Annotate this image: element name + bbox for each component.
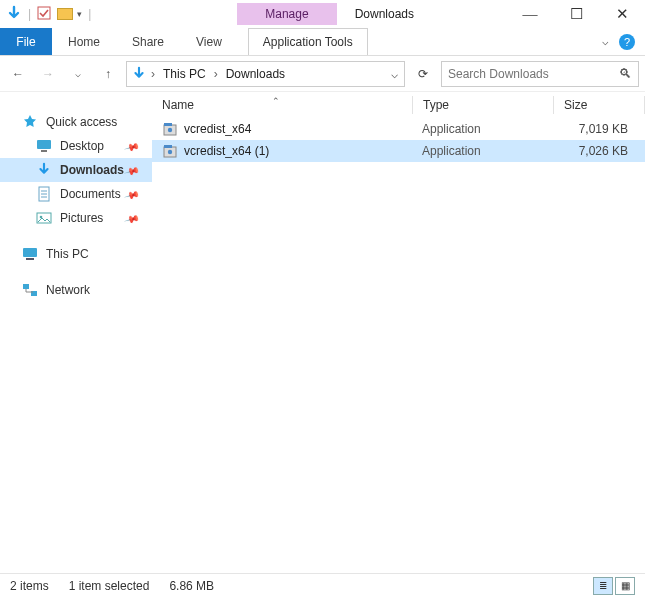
installer-icon [162,121,178,137]
pin-icon: 📌 [124,186,140,202]
status-selected-count: 1 item selected [69,579,150,593]
svg-rect-9 [23,248,37,257]
pin-icon: 📌 [124,210,140,226]
pictures-icon [36,210,52,226]
window-controls: — ☐ ✕ [507,0,645,28]
navigation-pane: Quick access Desktop 📌 Downloads 📌 Docum… [0,92,152,573]
sidebar-item-label: Documents [60,187,121,201]
sidebar-item-thispc[interactable]: This PC [0,242,152,266]
svg-rect-17 [164,145,172,148]
maximize-button[interactable]: ☐ [553,0,599,28]
status-selected-size: 6.86 MB [169,579,214,593]
title-bar: | ▾ | Manage Downloads — ☐ ✕ [0,0,645,28]
sidebar-item-label: This PC [46,247,89,261]
svg-rect-10 [26,258,34,260]
sidebar-item-documents[interactable]: Documents 📌 [0,182,152,206]
svg-point-18 [168,150,172,154]
column-label: Name [162,98,194,112]
tab-view[interactable]: View [180,28,238,55]
file-name: vcredist_x64 (1) [184,144,269,158]
breadcrumb-downloads[interactable]: Downloads [222,67,289,81]
file-tab[interactable]: File [0,28,52,55]
address-bar[interactable]: › This PC › Downloads ⌵ [126,61,405,87]
quick-access-toolbar: | ▾ | [0,5,97,23]
address-dropdown-icon[interactable]: ⌵ [389,67,400,81]
installer-icon [162,143,178,159]
sidebar-item-label: Network [46,283,90,297]
file-type: Application [412,144,552,158]
search-input[interactable] [448,67,619,81]
details-view-button[interactable]: ≣ [593,577,613,595]
minimize-button[interactable]: — [507,0,553,28]
chevron-right-icon[interactable]: › [214,67,218,81]
chevron-right-icon[interactable]: › [151,67,155,81]
up-button[interactable]: ↑ [96,62,120,86]
tab-share[interactable]: Share [116,28,180,55]
status-item-count: 2 items [10,579,49,593]
down-arrow-icon [6,5,22,23]
file-row[interactable]: vcredist_x64 Application 7,019 KB [152,118,645,140]
file-size: 7,026 KB [552,144,642,158]
divider-icon: | [28,7,31,21]
tab-application-tools[interactable]: Application Tools [248,28,368,55]
ribbon: File Home Share View Application Tools ⌵… [0,28,645,56]
svg-rect-2 [41,150,47,152]
file-name: vcredist_x64 [184,122,251,136]
sort-indicator-icon: ⌃ [272,96,280,106]
column-headers: Name ⌃ Type Size [152,92,645,118]
view-mode-switcher: ≣ ▦ [593,577,635,595]
refresh-button[interactable]: ⟳ [411,62,435,86]
recent-dropdown-icon[interactable]: ⌵ [66,62,90,86]
computer-icon [22,246,38,262]
file-type: Application [412,122,552,136]
breadcrumb-thispc[interactable]: This PC [159,67,210,81]
pin-icon: 📌 [124,162,140,178]
sidebar-item-label: Desktop [60,139,104,153]
sidebar-item-downloads[interactable]: Downloads 📌 [0,158,152,182]
svg-point-15 [168,128,172,132]
navigation-bar: ← → ⌵ ↑ › This PC › Downloads ⌵ ⟳ 🔍︎ [0,56,645,92]
qat-dropdown-icon[interactable]: ▾ [77,9,82,19]
search-box[interactable]: 🔍︎ [441,61,639,87]
forward-button[interactable]: → [36,62,60,86]
ribbon-expand-icon[interactable]: ⌵ [602,35,609,48]
document-icon [36,186,52,202]
file-row[interactable]: vcredist_x64 (1) Application 7,026 KB [152,140,645,162]
svg-rect-14 [164,123,172,126]
help-icon[interactable]: ? [619,34,635,50]
column-size[interactable]: Size [554,98,644,112]
file-size: 7,019 KB [552,122,642,136]
icons-view-button[interactable]: ▦ [615,577,635,595]
window-title: Downloads [337,7,432,21]
sidebar-item-label: Pictures [60,211,103,225]
sidebar-item-desktop[interactable]: Desktop 📌 [0,134,152,158]
divider-icon: | [88,7,91,21]
svg-rect-11 [23,284,29,289]
sidebar-item-quick-access[interactable]: Quick access [0,110,152,134]
sidebar-item-label: Quick access [46,115,117,129]
context-tab-manage[interactable]: Manage [237,3,336,25]
folder-icon[interactable] [57,8,73,20]
back-button[interactable]: ← [6,62,30,86]
desktop-icon [36,138,52,154]
network-icon [22,282,38,298]
star-icon [22,114,38,130]
file-list: Name ⌃ Type Size vcredist_x64 Applicatio… [152,92,645,573]
column-name[interactable]: Name ⌃ [152,98,412,112]
sidebar-item-label: Downloads [60,163,124,177]
close-button[interactable]: ✕ [599,0,645,28]
downloads-folder-icon [131,66,147,82]
download-icon [36,162,52,178]
status-bar: 2 items 1 item selected 6.86 MB ≣ ▦ [0,573,645,597]
tab-home[interactable]: Home [52,28,116,55]
svg-rect-0 [38,7,50,19]
sidebar-item-network[interactable]: Network [0,278,152,302]
pin-icon: 📌 [124,138,140,154]
column-type[interactable]: Type [413,98,553,112]
sidebar-item-pictures[interactable]: Pictures 📌 [0,206,152,230]
svg-rect-1 [37,140,51,149]
search-icon[interactable]: 🔍︎ [619,66,632,81]
properties-check-icon[interactable] [37,6,51,23]
